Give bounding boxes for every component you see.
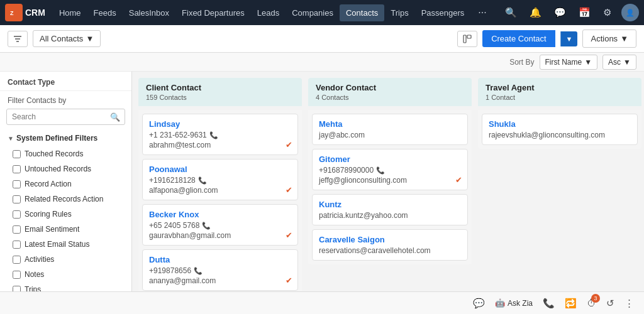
crm-logo-icon: Z	[5, 4, 23, 21]
filter-item-scoring-rules[interactable]: Scoring Rules	[0, 207, 131, 222]
search-icon[interactable]: 🔍	[502, 4, 519, 21]
filter-checkbox-email-sentiment[interactable]	[13, 225, 21, 234]
filter-checkbox-touched-records[interactable]	[13, 150, 21, 158]
user-avatar[interactable]: 👤	[621, 4, 639, 21]
ask-zia-button[interactable]: 🤖 Ask Zia	[495, 298, 533, 308]
kanban-columns: Client Contact 159 ContactsLindsay+1 231…	[138, 78, 641, 308]
nav-item-companies[interactable]: Companies	[286, 4, 340, 21]
calendar-icon[interactable]: 📅	[576, 4, 593, 21]
filter-item-email-sentiment[interactable]: Email Sentiment	[0, 222, 131, 237]
settings-icon[interactable]: ⚙	[601, 4, 614, 21]
kanban-header-1: Vendor Contact 4 Contacts	[308, 78, 472, 106]
filter-checkbox-record-action[interactable]	[13, 180, 21, 188]
card-email-2-0: rajeevshukla@glionconsulting.com	[489, 131, 631, 139]
all-contacts-dropdown[interactable]: All Contacts ▼	[33, 30, 101, 47]
svg-rect-5	[464, 35, 466, 43]
contact-card-0-0[interactable]: Lindsay+1 231-652-9631 📞abrahm@test.com✔	[142, 114, 298, 155]
nav-more-button[interactable]: ···	[473, 4, 491, 21]
card-email-0-1: alfapona@glion.com	[149, 186, 291, 195]
filter-icon-button[interactable]	[8, 31, 28, 47]
card-email-1-1: jeffg@glionconsulting.com	[319, 176, 461, 185]
filter-item-record-action[interactable]: Record Action	[0, 176, 131, 192]
kanban-header-title-1: Vendor Contact	[316, 83, 464, 92]
phone-icon: 📞	[194, 267, 203, 275]
card-name-2-0: Shukla	[489, 119, 631, 129]
card-phone-0-2: +65 2405 5768 📞	[149, 221, 291, 230]
kanban-header-0: Client Contact 159 Contacts	[138, 78, 302, 106]
search-icon[interactable]: 🔍	[110, 112, 120, 122]
sort-row: Sort By First Name ▼ Asc ▼	[0, 53, 644, 72]
filter-item-related-records-action[interactable]: Related Records Action	[0, 192, 131, 207]
phone-icon: 📞	[202, 222, 211, 230]
filter-checkbox-untouched-records[interactable]	[13, 165, 21, 173]
filter-item-touched-records[interactable]: Touched Records	[0, 146, 131, 161]
filter-checkbox-related-records-action[interactable]	[13, 195, 21, 203]
card-email-0-2: gauravbhan@gmail.com	[149, 231, 291, 240]
bell-icon[interactable]: 🔔	[527, 4, 544, 21]
nav-item-contacts[interactable]: Contacts	[340, 4, 384, 21]
nav-item-trips[interactable]: Trips	[384, 4, 414, 21]
card-phone-0-0: +1 231-652-9631 📞	[149, 131, 291, 139]
sidebar-filter-by-label: Filter Contacts by	[0, 91, 131, 109]
filter-checkbox-activities[interactable]	[13, 256, 21, 264]
more-bottom-icon[interactable]: ⋮	[625, 298, 634, 309]
card-name-0-1: Poonawal	[149, 165, 291, 174]
filter-item-latest-email-status[interactable]: Latest Email Status	[0, 237, 131, 252]
filter-item-activities[interactable]: Activities	[0, 252, 131, 267]
filter-item-notes[interactable]: Notes	[0, 267, 131, 282]
nav-logo[interactable]: Z CRM	[5, 4, 45, 21]
kanban-header-count-1: 4 Contacts	[316, 94, 464, 101]
create-contact-button[interactable]: Create Contact	[482, 30, 555, 47]
contact-card-1-0[interactable]: Mehtajay@abc.com	[312, 114, 468, 145]
card-check-icon-0-2: ✔	[286, 230, 292, 240]
nav-item-leads[interactable]: Leads	[251, 4, 286, 21]
chat-icon[interactable]: 💬	[552, 4, 569, 21]
nav-item-salesinbox[interactable]: SalesInbox	[123, 4, 175, 21]
contact-card-1-2[interactable]: Kuntzpatricia.kuntz@yahoo.com	[312, 194, 468, 225]
share-bottom-icon[interactable]: 🔁	[565, 298, 577, 309]
filter-item-untouched-records[interactable]: Untouched Records	[0, 161, 131, 176]
system-filters-header[interactable]: ▼ System Defined Filters	[0, 130, 131, 146]
kanban-cards-2: Shuklarajeevshukla@glionconsulting.com	[478, 110, 641, 149]
nav-item-home[interactable]: Home	[53, 4, 87, 21]
toolbar: All Contacts ▼ Create Contact ▼ Actions …	[0, 25, 644, 53]
phone-icon: 📞	[376, 166, 385, 175]
phone-icon: 📞	[209, 131, 218, 139]
phone-bottom-icon[interactable]: 📞	[543, 298, 555, 309]
filter-checkbox-latest-email-status[interactable]	[13, 241, 21, 249]
sort-field-dropdown[interactable]: First Name ▼	[540, 55, 598, 70]
contact-card-0-3[interactable]: Dutta+919878656 📞ananya@gmail.com✔	[142, 249, 298, 291]
sort-direction-dropdown[interactable]: Asc ▼	[602, 55, 636, 70]
kanban-column-1: Vendor Contact 4 ContactsMehtajay@abc.co…	[308, 78, 472, 264]
zia-icon: 🤖	[495, 298, 505, 308]
undo-icon[interactable]: ↺	[606, 298, 614, 309]
top-nav: Z CRM HomeFeedsSalesInboxFixed Departure…	[0, 0, 644, 25]
filter-checkbox-scoring-rules[interactable]	[13, 210, 21, 219]
main-layout: Contact Type Filter Contacts by 🔍 ▼ Syst…	[0, 72, 644, 314]
card-check-icon-0-0: ✔	[286, 140, 292, 149]
card-name-0-2: Becker Knox	[149, 210, 291, 219]
chat-bottom-icon[interactable]: 💬	[473, 298, 485, 309]
contact-card-1-3[interactable]: Caravelle Saigonreservations@caravelleho…	[312, 229, 468, 261]
contact-card-0-2[interactable]: Becker Knox+65 2405 5768 📞gauravbhan@gma…	[142, 204, 298, 246]
contact-card-1-1[interactable]: Gitomer+916878990000 📞jeffg@glionconsult…	[312, 149, 468, 190]
filter-checkbox-notes[interactable]	[13, 271, 21, 279]
card-email-1-2: patricia.kuntz@yahoo.com	[319, 211, 461, 220]
notification-badge: 3	[591, 294, 600, 303]
create-contact-arrow[interactable]: ▼	[560, 31, 578, 46]
column-filter-button[interactable]	[457, 31, 477, 47]
nav-item-feeds[interactable]: Feeds	[87, 4, 123, 21]
contact-card-0-1[interactable]: Poonawal+1916218128 📞alfapona@glion.com✔	[142, 159, 298, 200]
kanban-header-count-2: 1 Contact	[486, 94, 634, 101]
search-input[interactable]	[6, 109, 125, 125]
actions-button[interactable]: Actions ▼	[582, 30, 636, 48]
notification-bell-icon[interactable]: ⏱ 3	[587, 298, 596, 308]
nav-item-passengers[interactable]: Passengers	[415, 4, 471, 21]
phone-icon: 📞	[198, 176, 207, 185]
card-email-0-3: ananya@gmail.com	[149, 276, 291, 285]
card-phone-0-1: +1916218128 📞	[149, 176, 291, 185]
sidebar-section-title: Contact Type	[0, 72, 131, 91]
nav-item-fixed-departures[interactable]: Fixed Departures	[175, 4, 251, 21]
contact-card-2-0[interactable]: Shuklarajeevshukla@glionconsulting.com	[482, 114, 638, 145]
toolbar-right: Create Contact ▼ Actions ▼	[457, 30, 636, 48]
